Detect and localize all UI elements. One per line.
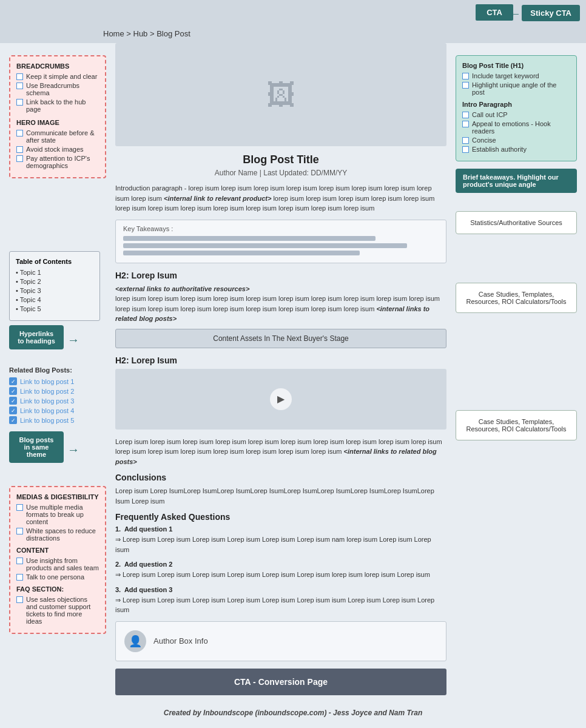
toc-item-5[interactable]: • Topic 5	[16, 305, 93, 312]
faq-heading: Frequently Asked Questions	[115, 512, 446, 522]
related-post-5[interactable]: ✓ Link to blog post 5	[9, 416, 106, 424]
checkbox-r4[interactable]	[462, 121, 469, 127]
content-item-1: Use insights from products and sales tea…	[16, 557, 99, 571]
table-of-contents: Table of Contents • Topic 1 • Topic 2 • …	[9, 251, 100, 321]
breadcrumb-item-2: Use Breadcrumbs schema	[16, 82, 99, 96]
faq-item-1: Use sales objections and customer suppor…	[16, 596, 99, 625]
hero-image: 🖼	[115, 43, 446, 146]
case-studies-label-2: Case Studies, Templates, Resources, ROI …	[466, 418, 566, 433]
intro-section-label: Intro Paragraph	[462, 101, 570, 108]
checkbox-1[interactable]	[16, 73, 23, 80]
takeaways-label: Brief takeaways. Highlight our product's…	[456, 169, 577, 193]
bottom-annotation: Medias & Digestibility Use multiple medi…	[9, 486, 106, 634]
hyperlinks-label[interactable]: Hyperlinks to headings	[9, 325, 64, 349]
breadcrumbs-annotation: BREADCRUMBS Keep it simple and clear Use…	[9, 55, 106, 178]
faq-a1: ⇒ Lorep isum Lorep isum Lorep isum Lorep…	[115, 534, 446, 554]
conclusions-heading: Conclusions	[115, 473, 446, 482]
checkbox-r2[interactable]	[462, 82, 469, 89]
checkbox-f1[interactable]	[16, 596, 23, 603]
takeaway-bar-2	[123, 243, 407, 248]
faq-a3: ⇒ Lorep isum Lorep isum Lorep isum Lorep…	[115, 595, 446, 615]
internal-link-product[interactable]: <internal link to relevant product>	[164, 195, 271, 202]
related-post-1[interactable]: ✓ Link to blog post 1	[9, 377, 106, 385]
checkbox-m1[interactable]	[16, 504, 23, 511]
checkbox-m2[interactable]	[16, 528, 23, 534]
cta-conversion-btn[interactable]: CTA - Conversion Page	[115, 669, 446, 695]
center-content: 🖼 Blog Post Title Author Name | Last Upd…	[109, 43, 453, 703]
faq-a2: ⇒ Lorep isum Lorep isum Lorep isum Lorep…	[115, 570, 446, 580]
check-filled-2: ✓	[9, 387, 17, 395]
breadcrumb-text: Home > Hub > Blog Post	[103, 29, 190, 38]
hero-image-title: HERO IMAGE	[16, 119, 99, 126]
checkbox-c1[interactable]	[16, 558, 23, 564]
blog-title-item-1: Include target keyword	[462, 72, 570, 79]
breadcrumb-item-3: Link back to the hub page	[16, 98, 99, 113]
external-link-resources[interactable]: <external links to authoritative resourc…	[115, 285, 249, 292]
content-title: Content	[16, 547, 99, 554]
checkbox-6[interactable]	[16, 155, 23, 162]
h2-heading-2: H2: Lorep Isum	[115, 356, 446, 365]
content-asset-btn[interactable]: Content Assets In The Next Buyer's Stage	[115, 329, 446, 348]
intro-item-4: Establish authority	[462, 146, 570, 153]
checkbox-c2[interactable]	[16, 574, 23, 581]
h2-body-1: <external links to authoritative resourc…	[115, 284, 446, 324]
intro-item-3: Concise	[462, 136, 570, 144]
checkbox-5[interactable]	[16, 146, 23, 153]
footer-credit: Created by Inboundscope (inboundscope.co…	[0, 703, 586, 723]
checkbox-r1[interactable]	[462, 73, 469, 79]
breadcrumbs-title: BREADCRUMBS	[16, 62, 99, 70]
checkbox-r6[interactable]	[462, 146, 469, 153]
blog-title-annotation: Blog Post Title (H1) Include target keyw…	[456, 55, 577, 161]
blog-title-section-label: Blog Post Title (H1)	[462, 62, 570, 69]
cta-button-top[interactable]: CTA	[476, 4, 513, 21]
key-takeaways-label: Key Takeaways :	[123, 225, 439, 232]
main-wrapper: BREADCRUMBS Keep it simple and clear Use…	[0, 43, 586, 703]
h2-heading-1: H2: Lorep Isum	[115, 271, 446, 280]
toc-item-4[interactable]: • Topic 4	[16, 296, 93, 303]
statistics-box: Statistics/Authoritative Sources	[456, 211, 577, 234]
checkbox-r5[interactable]	[462, 137, 469, 144]
hyperlinks-row: Hyperlinks to headings →	[9, 325, 106, 354]
media-item-1: Use multiple media formats to break up c…	[16, 504, 99, 525]
hero-item-1: Communicate before & after state	[16, 129, 99, 144]
media-item-2: White spaces to reduce distractions	[16, 527, 99, 542]
toc-item-2[interactable]: • Topic 2	[16, 278, 93, 285]
sticky-cta-label[interactable]: Sticky CTA	[522, 5, 580, 21]
toc-title: Table of Contents	[16, 258, 93, 265]
left-sidebar: BREADCRUMBS Keep it simple and clear Use…	[6, 43, 109, 703]
related-posts-title: Related Blog Posts:	[9, 366, 106, 374]
toc-item-1[interactable]: • Topic 1	[16, 269, 93, 276]
intro-paragraph: Introduction paragraph - lorep isum lore…	[115, 183, 446, 214]
hero-item-3: Pay attention to ICP's demographics	[16, 155, 99, 169]
blog-posts-theme-label[interactable]: Blog posts in same theme	[9, 431, 64, 463]
blog-title-item-2: Highlight unique angle of the post	[462, 81, 570, 96]
faq-item-row-1: 1. Add question 1 ⇒ Lorep isum Lorep isu…	[115, 525, 446, 554]
related-post-3[interactable]: ✓ Link to blog post 3	[9, 397, 106, 405]
faq-item-row-3: 3. Add question 3 ⇒ Lorep isum Lorep isu…	[115, 586, 446, 615]
toc-item-3[interactable]: • Topic 3	[16, 287, 93, 294]
takeaway-bar-3	[123, 251, 360, 255]
check-filled-4: ✓	[9, 406, 17, 414]
checkbox-3[interactable]	[16, 99, 23, 106]
sticky-arrow-icon: ←	[509, 7, 521, 21]
play-icon[interactable]: ▶	[270, 388, 292, 410]
case-studies-box-2: Case Studies, Templates, Resources, ROI …	[456, 410, 577, 440]
checkbox-r3[interactable]	[462, 112, 469, 118]
blog-posts-arrow-icon: →	[67, 443, 79, 457]
content-item-2: Talk to one persona	[16, 573, 99, 581]
right-sidebar: Blog Post Title (H1) Include target keyw…	[453, 43, 580, 703]
related-post-2[interactable]: ✓ Link to blog post 2	[9, 387, 106, 395]
author-box-label: Author Box Info	[153, 636, 208, 645]
media-title: Medias & Digestibility	[16, 493, 99, 500]
key-takeaways-box: Key Takeaways :	[115, 220, 446, 263]
related-post-4[interactable]: ✓ Link to blog post 4	[9, 406, 106, 414]
checkbox-2[interactable]	[16, 83, 23, 89]
case-studies-label-1: Case Studies, Templates, Resources, ROI …	[466, 291, 566, 305]
checkbox-4[interactable]	[16, 130, 23, 136]
sticky-bar: CTA ← Sticky CTA	[0, 0, 586, 24]
hero-item-2: Avoid stock images	[16, 146, 99, 153]
check-filled-1: ✓	[9, 377, 17, 385]
hyperlinks-arrow-icon: →	[67, 333, 79, 347]
h2-body-2: Lorep isum lorep isum lorep isum lorep i…	[115, 437, 446, 467]
image-placeholder-icon: 🖼	[266, 78, 295, 112]
